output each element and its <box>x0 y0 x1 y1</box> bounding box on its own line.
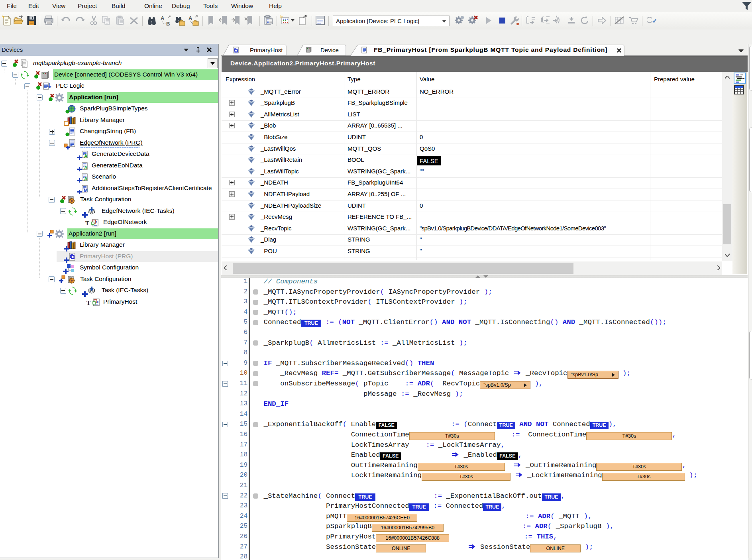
svg-text:T: T <box>86 300 90 306</box>
svg-text:B: B <box>166 21 170 26</box>
svg-text:A: A <box>188 15 192 21</box>
svg-text:A: A <box>161 15 165 21</box>
svg-text:T: T <box>85 220 89 226</box>
